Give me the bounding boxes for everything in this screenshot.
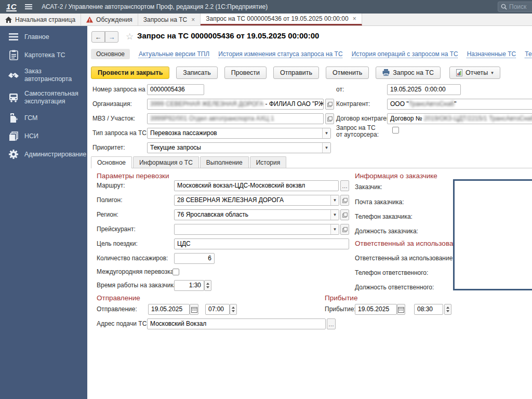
cancel-button[interactable]: Отменить [326,66,369,79]
nav-link-status-history[interactable]: История изменения статуса запроса на ТС [218,50,342,58]
arrival-time-input[interactable]: 08:30 [414,304,443,315]
app-window: 1С АСАТ-2 / Управление автотранспортом П… [0,0,532,399]
nav-link-current-status[interactable]: Текущий статус запроса [525,50,532,58]
tab-execution[interactable]: Выполнение [200,156,249,168]
route-choose-button[interactable] [340,180,349,191]
arrival-time-spinner[interactable] [444,304,451,315]
trip-purpose-input[interactable]: ЦДС [174,238,349,249]
sidebar-item-fuel[interactable]: ГСМ [0,112,87,124]
dropdown-caret-icon[interactable] [330,210,339,220]
dropdown-caret-icon[interactable] [330,195,339,205]
close-icon[interactable]: × [191,16,195,23]
sidebar-item-label: Самостоятельная эксплуатация [24,90,86,105]
reports-button[interactable]: Отчеты ▾ [449,66,500,79]
1c-logo: 1С [6,3,17,11]
priority-select[interactable]: Текущие запросы [147,142,331,153]
send-button[interactable]: Отправить [273,66,319,79]
fuel-icon [7,113,20,123]
trip-purpose-label: Цель поездки: [97,238,138,249]
forward-button[interactable]: → [105,31,118,43]
tab-requests-list[interactable]: Запросы на ТС × [138,14,201,25]
counterparty-input[interactable]: ООО "ТрансАвтоСнаб" [387,99,532,110]
worktime-spinner[interactable] [204,280,211,291]
nav-link-tpl-versions[interactable]: Актуальные версии ТПЛ [139,50,209,58]
dropdown-caret-icon[interactable] [322,143,330,153]
departure-time-input[interactable]: 07:00 [205,304,230,315]
organization-label: Организация: [92,99,132,110]
post-button[interactable]: Провести [224,66,267,79]
chevron-down-icon: ▾ [491,70,494,75]
open-pricelist-button[interactable] [340,224,349,235]
open-mvz-button[interactable] [325,113,334,124]
nav-link-main[interactable]: Основное [91,49,130,59]
sidebar-item-administration[interactable]: Администрирование [0,149,87,160]
intercity-checkbox[interactable] [172,269,179,275]
print-request-button[interactable]: Запрос на ТС [376,66,441,79]
date-input[interactable]: 19.05.2025 0:00:00 [387,84,461,95]
counterparty-label: Контрагент: [336,99,370,110]
redaction-overlay [453,179,532,290]
departure-date-input[interactable]: 19.05.2025 [148,304,190,315]
nav-link-operations-history[interactable]: История операций с запросом на ТС [352,50,458,58]
sidebar-item-self-operation[interactable]: Самостоятельная эксплуатация [0,90,87,105]
tab-label: Начальная страница [15,16,75,23]
departure-heading: Отправление [97,294,140,302]
dropdown-caret-icon[interactable] [330,224,339,234]
pricelist-select[interactable] [174,224,339,235]
open-organization-button[interactable] [325,99,334,110]
customer-email-label: Почта заказчика: [355,197,404,208]
favorite-star-icon[interactable] [126,31,134,42]
request-type-select[interactable]: Перевозка пассажиров [147,128,331,139]
route-input[interactable]: Московский вокзал-ЦДС-Московский вокзвл [174,180,339,191]
customer-phone-label: Телефон заказчика: [355,211,413,222]
dropdown-caret-icon[interactable] [322,128,330,138]
sidebar-item-nsi[interactable]: НСИ [0,130,87,142]
polygon-select[interactable]: 28 СЕВЕРНАЯ ЖЕЛЕЗНАЯ ДОРОГА [174,195,339,206]
passengers-input[interactable]: 6 [174,253,215,264]
close-icon[interactable]: × [353,15,356,22]
tab-main[interactable]: Основное [91,156,132,168]
departure-label: Отправление: [97,304,137,315]
nav-link-assigned-vehicles[interactable]: Назначенные ТС [467,50,516,58]
outsourcer-checkbox[interactable] [392,127,399,134]
menu-icon [7,33,20,41]
pickup-address-input[interactable]: Московский Вокзал [147,318,326,329]
date-label: от: [336,84,344,95]
organization-input[interactable]: 3999 СЕВЕРНАЯ ЖЕЛЕЗНАЯ ДОРОГА - ФИЛИАЛ О… [147,99,324,110]
sidebar-item-label: ГСМ [24,114,38,122]
tab-request-document[interactable]: Запрос на ТС 0000005436 от 19.05.2025 00… [201,14,362,25]
sidebar-item-vehicle-cardfile[interactable]: Картотека ТС [0,49,87,61]
mvz-label: МВЗ / Участок: [92,113,135,124]
search-icon [501,4,507,10]
region-label: Регион: [97,209,118,220]
pricelist-label: Прейскурант: [97,224,136,235]
contract-input[interactable]: Договор № 2019/ОКЗ-ЦДТ/2215/1 ТрансАвтоС… [387,113,532,124]
tab-history[interactable]: История [250,156,287,168]
truck-icon [7,93,20,102]
save-button[interactable]: Записать [176,66,217,79]
number-input[interactable]: 0000005436 [147,84,204,95]
open-polygon-button[interactable] [340,195,349,206]
pickup-address-choose-button[interactable] [327,318,336,329]
mvz-input[interactable]: 3999Р92/001 Отдел автотранспорта АХЦ 1 [147,113,324,124]
sidebar-item-transport-order[interactable]: Заказ автотранспорта [0,68,87,83]
main-menu-icon[interactable] [25,4,32,9]
passengers-label: Количество пассажиров: [97,253,168,264]
tab-home[interactable]: Начальная страница [0,14,81,25]
sidebar-item-main[interactable]: Главное [0,31,87,43]
open-region-button[interactable] [340,209,349,220]
departure-time-spinner[interactable] [230,304,237,315]
worktime-input[interactable]: 1:30 [174,280,204,291]
post-and-close-button[interactable]: Провести и закрыть [91,66,169,79]
polygon-label: Полигон: [97,195,123,206]
form-title: Запрос на ТС 0000005436 от 19.05.2025 00… [137,31,319,40]
back-button[interactable]: ← [91,31,105,43]
arrival-date-input[interactable]: 19.05.2025 [355,304,397,315]
tab-vehicle-info[interactable]: Информация о ТС [133,156,199,168]
global-search[interactable] [498,2,532,12]
tab-discussions[interactable]: Обсуждения [81,14,138,25]
region-select[interactable]: 76 Ярославская область [174,209,339,220]
search-input[interactable] [509,3,532,10]
arrival-calendar-button[interactable] [397,304,405,315]
departure-calendar-button[interactable] [190,304,198,315]
